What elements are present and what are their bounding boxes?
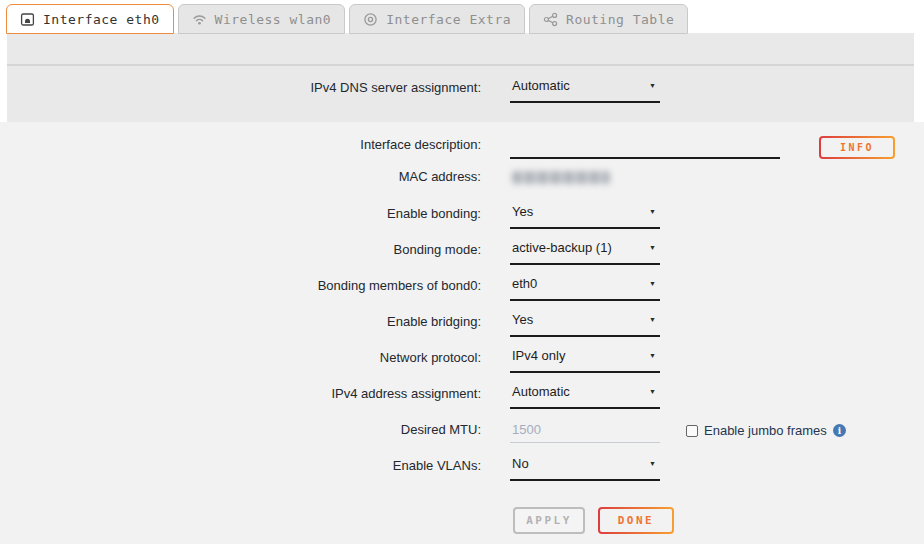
- row-dns-assignment: IPv4 DNS server assignment: Automatic: [0, 80, 924, 110]
- wifi-icon: [192, 12, 207, 27]
- ipv4-assignment-select[interactable]: Automatic: [510, 383, 660, 409]
- row-enable-vlans: Enable VLANs: No: [0, 458, 924, 488]
- row-enable-bridging: Enable bridging: Yes: [0, 314, 924, 344]
- enable-bridging-label: Enable bridging:: [0, 314, 481, 330]
- row-bonding-mode: Bonding mode: active-backup (1): [0, 242, 924, 272]
- band-divider: [7, 64, 914, 66]
- target-icon: [363, 12, 378, 27]
- row-bonding-members: Bonding members of bond0: eth0: [0, 278, 924, 308]
- bonding-members-select[interactable]: eth0: [510, 275, 660, 301]
- done-button-label: DONE: [600, 509, 672, 532]
- tab-label: Interface eth0: [43, 12, 160, 27]
- interface-description-input[interactable]: [510, 133, 780, 159]
- tab-interface-extra[interactable]: Interface Extra: [349, 4, 525, 34]
- ipv4-assignment-label: IPv4 address assignment:: [0, 386, 481, 402]
- jumbo-frames-label: Enable jumbo frames: [704, 423, 827, 438]
- bonding-members-label: Bonding members of bond0:: [0, 278, 481, 294]
- done-button[interactable]: DONE: [598, 507, 674, 534]
- tab-interface-eth0[interactable]: Interface eth0: [6, 4, 174, 34]
- enable-bonding-select[interactable]: Yes: [510, 203, 660, 229]
- interface-description-label: Interface description:: [0, 137, 481, 153]
- mac-address-value-redacted: [512, 171, 610, 184]
- bonding-mode-select[interactable]: active-backup (1): [510, 239, 660, 265]
- network-share-icon: [543, 12, 558, 27]
- row-ipv4-assignment: IPv4 address assignment: Automatic: [0, 386, 924, 416]
- desired-mtu-label: Desired MTU:: [0, 422, 481, 438]
- network-protocol-select[interactable]: IPv4 only: [510, 347, 660, 373]
- row-network-protocol: Network protocol: IPv4 only: [0, 350, 924, 380]
- tab-label: Wireless wlan0: [215, 12, 332, 27]
- apply-button[interactable]: APPLY: [513, 507, 585, 534]
- mac-address-label: MAC address:: [0, 169, 481, 185]
- jumbo-frames-checkbox[interactable]: [686, 425, 698, 437]
- enable-bonding-label: Enable bonding:: [0, 206, 481, 222]
- tab-routing-table[interactable]: Routing Table: [529, 4, 688, 34]
- tab-bar: Interface eth0 Wireless wlan0 Interface …: [6, 4, 688, 34]
- enable-vlans-select[interactable]: No: [510, 455, 660, 481]
- tab-wireless-wlan0[interactable]: Wireless wlan0: [178, 4, 346, 34]
- jumbo-frames-group: Enable jumbo frames: [686, 423, 846, 438]
- enable-bridging-select[interactable]: Yes: [510, 311, 660, 337]
- row-mac-address: MAC address:: [0, 169, 924, 199]
- desired-mtu-input[interactable]: [510, 417, 660, 443]
- ethernet-icon: [20, 12, 35, 27]
- row-desired-mtu: Desired MTU: Enable jumbo frames: [0, 422, 924, 452]
- bonding-mode-label: Bonding mode:: [0, 242, 481, 258]
- enable-vlans-label: Enable VLANs:: [0, 458, 481, 474]
- network-protocol-label: Network protocol:: [0, 350, 481, 366]
- network-interface-config-page: Interface eth0 Wireless wlan0 Interface …: [0, 0, 924, 544]
- tab-label: Routing Table: [566, 12, 674, 27]
- info-circle-icon[interactable]: [833, 424, 846, 437]
- dns-assignment-label: IPv4 DNS server assignment:: [0, 80, 481, 96]
- row-interface-description: Interface description:: [0, 137, 924, 167]
- row-enable-bonding: Enable bonding: Yes: [0, 206, 924, 236]
- dns-assignment-select[interactable]: Automatic: [510, 77, 660, 103]
- tab-label: Interface Extra: [386, 12, 511, 27]
